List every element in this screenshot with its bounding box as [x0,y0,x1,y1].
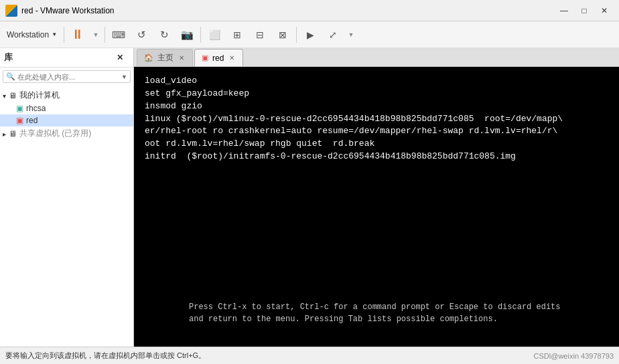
fit-icon: ⊟ [256,29,264,40]
minimize-button[interactable]: — [555,4,573,17]
vm-terminal: load_video set gfx_payload=keep insmod g… [134,67,619,171]
sidebar-item-label: red [26,116,38,125]
toolbar-separator-4 [296,27,297,43]
title-bar: red - VMware Workstation — □ ✕ [0,0,619,21]
console-button[interactable]: ▶ [299,25,321,45]
sidebar-item-rhcsa[interactable]: ▣ rhcsa [0,102,133,114]
home-tab-icon: 🏠 [144,54,153,62]
workstation-menu[interactable]: Workstation ▼ [3,24,61,46]
sidebar-close-button[interactable]: ✕ [111,51,129,64]
snapshot-manager-icon: 📷 [181,29,194,41]
sidebar-header: 库 ✕ [0,48,133,68]
computer-icon: 🖥 [9,91,17,100]
send-ctrlaltdel-button[interactable]: ⌨ [108,25,129,45]
sidebar-item-shared[interactable]: 🖥 共享虚拟机 (已弃用) [0,126,133,141]
toolbar-separator-2 [105,27,105,43]
close-button[interactable]: ✕ [595,4,614,17]
status-right-text: CSDl@weixin 43978793 [534,352,614,360]
vm-icon: ▣ [16,104,23,113]
sidebar-item-my-computer[interactable]: 🖥 我的计算机 [0,88,133,102]
content-area: 🏠 主页 ✕ ▣ red ✕ load_video set gfx_payloa… [134,48,619,347]
shared-icon: 🖥 [9,129,17,139]
view-dropdown[interactable]: ▼ [345,25,357,45]
autofit-icon: ⊠ [279,29,287,40]
vm-hint: Press Ctrl-x to start, Ctrl-c for a comm… [189,301,564,325]
tab-label: red [212,54,224,63]
status-bar: 要将输入定向到该虚拟机，请在虚拟机内部单击或按 Ctrl+G。 CSDl@wei… [0,347,619,364]
unity-icon: ⊞ [233,29,241,40]
maximize-button[interactable]: □ [575,4,594,17]
tab-home[interactable]: 🏠 主页 ✕ [137,49,193,66]
collapse-icon [3,92,6,100]
fit-button[interactable]: ⊟ [249,25,271,45]
toolbar: Workstation ▼ ⏸ ▼ ⌨ ↺ ↻ 📷 ⬜ ⊞ ⊟ ⊠ ▶ ⤢ ▼ [0,21,619,48]
tab-red-close[interactable]: ✕ [228,54,236,62]
snapshot-button[interactable]: ↺ [131,25,152,45]
window-controls[interactable]: — □ ✕ [555,4,614,17]
toolbar-separator-1 [64,27,64,43]
sidebar-item-red[interactable]: ▣ red [0,114,133,126]
search-icon: 🔍 [6,72,15,81]
tab-home-close[interactable]: ✕ [178,54,186,62]
sidebar-item-label: 共享虚拟机 (已弃用) [19,128,91,139]
vmware-icon [5,5,17,17]
window-title: red - VMware Workstation [21,6,555,15]
pause-button[interactable]: ⏸ [67,25,88,45]
console-icon: ▶ [307,29,314,40]
sidebar-search-box[interactable]: 🔍 ▼ [3,70,131,83]
tab-bar: 🏠 主页 ✕ ▣ red ✕ [134,48,619,67]
sidebar-title: 库 [4,52,13,64]
dropdown-icon: ▼ [52,31,57,37]
sidebar-item-label: 我的计算机 [19,90,60,101]
snapshot-manager-button[interactable]: 📷 [176,25,198,45]
search-dropdown-icon[interactable]: ▼ [121,74,127,80]
snapshot-icon: ↺ [137,29,146,41]
pause-icon: ⏸ [71,27,84,42]
pause-dropdown[interactable]: ▼ [90,25,102,45]
vm-red-icon: ▣ [16,116,23,125]
sidebar-item-label: rhcsa [26,104,46,113]
tab-label: 主页 [157,52,174,64]
search-input[interactable] [17,73,121,81]
view-icon: ⤢ [329,29,337,40]
autofit-button[interactable]: ⊠ [272,25,293,45]
main-area: 库 ✕ 🔍 ▼ 🖥 我的计算机 ▣ rhcsa ▣ [0,48,619,347]
fullscreen-icon: ⬜ [209,29,220,40]
unity-button[interactable]: ⊞ [226,25,248,45]
sidebar: 库 ✕ 🔍 ▼ 🖥 我的计算机 ▣ rhcsa ▣ [0,48,134,347]
revert-button[interactable]: ↻ [153,25,175,45]
full-screen-button[interactable]: ⬜ [204,25,225,45]
red-tab-icon: ▣ [202,54,208,62]
status-text: 要将输入定向到该虚拟机，请在虚拟机内部单击或按 Ctrl+G。 [5,351,206,361]
workstation-label: Workstation [7,30,49,39]
tab-red[interactable]: ▣ red ✕ [194,49,243,66]
toolbar-separator-3 [200,27,201,43]
keyboard-icon: ⌨ [112,29,125,40]
revert-icon: ↻ [160,29,169,41]
expand-icon [3,130,6,138]
vm-screen[interactable]: load_video set gfx_payload=keep insmod g… [134,67,619,347]
view-button[interactable]: ⤢ [322,25,344,45]
sidebar-tree: 🖥 我的计算机 ▣ rhcsa ▣ red 🖥 共享虚拟机 (已弃用) [0,86,133,347]
